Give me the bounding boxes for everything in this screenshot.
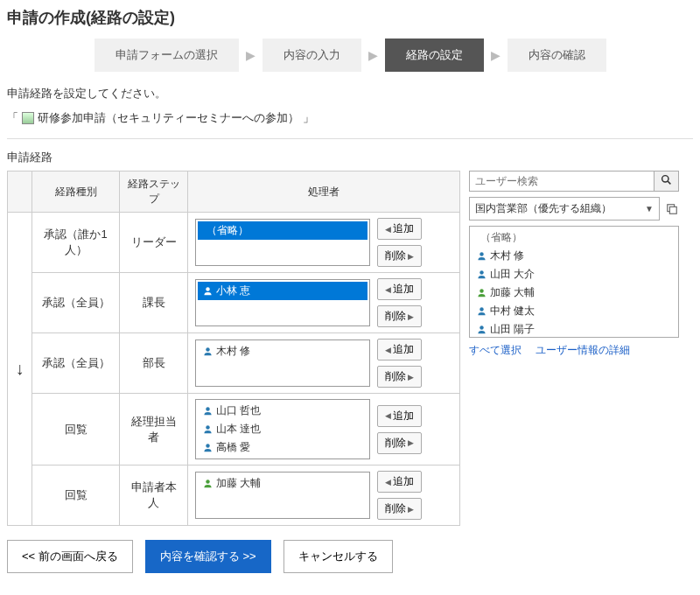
route-type-cell: 回覧 (32, 394, 120, 466)
org-row: 国内営業部（優先する組織） ▼ (469, 197, 679, 220)
processor-name: 加藤 大輔 (216, 476, 261, 491)
triangle-left-icon: ◀ (385, 285, 391, 294)
processor-name: 山口 哲也 (216, 403, 261, 418)
instruction-text: 申請経路を設定してください。 (7, 86, 693, 102)
section-title: 申請経路 (7, 150, 693, 165)
user-detail-link[interactable]: ユーザー情報の詳細 (536, 343, 630, 358)
triangle-left-icon: ◀ (385, 411, 391, 420)
processor-list[interactable]: 加藤 大輔 (195, 472, 370, 519)
add-button[interactable]: ◀追加 (377, 471, 422, 493)
user-icon (477, 325, 486, 334)
processor-name: 小林 恵 (216, 284, 250, 298)
arrow-down-icon: ↓ (8, 213, 32, 526)
route-step-cell: 課長 (120, 273, 188, 333)
search-icon (661, 175, 672, 188)
svg-point-5 (206, 480, 209, 483)
processor-list[interactable]: （省略） (195, 219, 370, 266)
svg-point-1 (206, 347, 209, 351)
svg-point-6 (662, 176, 668, 182)
cancel-button[interactable]: キャンセルする (284, 540, 393, 573)
table-row: 回覧申請者本人加藤 大輔◀追加削除▶ (8, 466, 460, 526)
list-item[interactable]: 小林 恵 (198, 282, 368, 300)
processor-list[interactable]: 木村 修 (195, 340, 370, 387)
remove-button[interactable]: 削除▶ (377, 245, 422, 267)
main-content: 経路種別 経路ステップ 処理者 ↓承認（誰か1人）リーダー（省略）◀追加削除▶承… (7, 171, 693, 526)
triangle-right-icon: ▶ (408, 252, 414, 261)
user-icon (477, 288, 486, 298)
route-type-cell: 承認（全員） (32, 333, 120, 394)
list-item[interactable]: 加藤 大輔 (472, 284, 676, 302)
select-all-link[interactable]: すべて選択 (469, 343, 522, 358)
remove-button[interactable]: 削除▶ (377, 366, 422, 388)
bottom-bar: << 前の画面へ戻る 内容を確認する >> キャンセルする (7, 540, 693, 573)
list-item[interactable]: 山田 陽子 (472, 320, 676, 338)
list-item[interactable]: 山田 大介 (472, 265, 676, 284)
list-item[interactable]: （省略） (198, 221, 368, 240)
confirm-button[interactable]: 内容を確認する >> (145, 540, 271, 573)
route-type-cell: 承認（全員） (32, 273, 120, 333)
processor-name: 山田 陽子 (490, 322, 535, 337)
list-item[interactable]: 木村 修 (198, 342, 368, 360)
triangle-right-icon: ▶ (408, 373, 414, 382)
svg-point-11 (480, 270, 483, 274)
route-type-cell: 承認（誰か1人） (32, 213, 120, 273)
remove-button[interactable]: 削除▶ (377, 432, 422, 454)
user-icon (477, 306, 486, 316)
processor-name: （省略） (206, 223, 248, 238)
processor-name: 高橋 愛 (216, 440, 250, 455)
list-item[interactable]: 加藤 大輔 (198, 474, 368, 493)
list-item[interactable]: 中村 健太 (472, 302, 676, 320)
processor-name: 木村 修 (216, 344, 250, 359)
triangle-right-icon: ▶ (408, 505, 414, 514)
step-3: 内容の確認 (508, 38, 606, 72)
processor-cell: 木村 修◀追加削除▶ (188, 333, 460, 394)
processor-name: 山本 達也 (216, 422, 261, 437)
processor-cell: 山口 哲也山本 達也高橋 愛◀追加削除▶ (188, 394, 460, 466)
route-step-cell: 申請者本人 (120, 466, 188, 526)
search-input[interactable] (470, 172, 654, 191)
add-button[interactable]: ◀追加 (377, 218, 422, 240)
table-row: ↓承認（誰か1人）リーダー（省略）◀追加削除▶ (8, 213, 460, 273)
processor-list[interactable]: 小林 恵 (195, 279, 370, 326)
list-item[interactable]: （省略） (472, 228, 676, 247)
stepper: 申請フォームの選択 ▶ 内容の入力 ▶ 経路の設定 ▶ 内容の確認 (7, 38, 693, 72)
route-step-cell: 部長 (120, 333, 188, 394)
form-name-suffix: 」 (303, 110, 314, 126)
svg-point-12 (480, 289, 483, 292)
svg-rect-9 (669, 206, 676, 214)
user-list[interactable]: （省略）木村 修山田 大介加藤 大輔中村 健太山田 陽子小林 恵 (469, 226, 679, 338)
list-item[interactable]: 木村 修 (472, 247, 676, 265)
user-icon (477, 251, 486, 261)
org-select[interactable]: 国内営業部（優先する組織） ▼ (469, 197, 660, 220)
svg-point-10 (480, 252, 483, 256)
table-row: 承認（全員）課長小林 恵◀追加削除▶ (8, 273, 460, 333)
links-row: すべて選択 ユーザー情報の詳細 (469, 343, 679, 358)
copy-icon[interactable] (665, 202, 679, 216)
triangle-right-icon: ▶ (408, 312, 414, 321)
list-item[interactable]: 山口 哲也 (198, 402, 368, 420)
route-type-cell: 回覧 (32, 466, 120, 526)
route-step-cell: リーダー (120, 213, 188, 273)
list-item[interactable]: 山本 達也 (198, 420, 368, 438)
processor-cell: 小林 恵◀追加削除▶ (188, 273, 460, 333)
add-button[interactable]: ◀追加 (377, 405, 422, 427)
chevron-right-icon: ▶ (246, 48, 256, 62)
triangle-right-icon: ▶ (408, 438, 414, 447)
search-button[interactable] (654, 172, 678, 191)
triangle-left-icon: ◀ (385, 478, 391, 486)
svg-point-4 (206, 444, 209, 447)
user-icon (203, 346, 213, 356)
add-button[interactable]: ◀追加 (377, 278, 422, 300)
table-row: 承認（全員）部長木村 修◀追加削除▶ (8, 333, 460, 394)
table-header-type: 経路種別 (32, 172, 120, 213)
triangle-left-icon: ◀ (385, 225, 391, 234)
back-button[interactable]: << 前の画面へ戻る (7, 540, 133, 573)
user-icon (203, 443, 213, 452)
chevron-right-icon: ▶ (368, 48, 378, 62)
list-item[interactable]: 高橋 愛 (198, 438, 368, 457)
processor-list[interactable]: 山口 哲也山本 達也高橋 愛 (195, 399, 370, 459)
remove-button[interactable]: 削除▶ (377, 305, 422, 327)
add-button[interactable]: ◀追加 (377, 339, 422, 360)
user-icon (477, 270, 486, 279)
remove-button[interactable]: 削除▶ (377, 498, 422, 520)
